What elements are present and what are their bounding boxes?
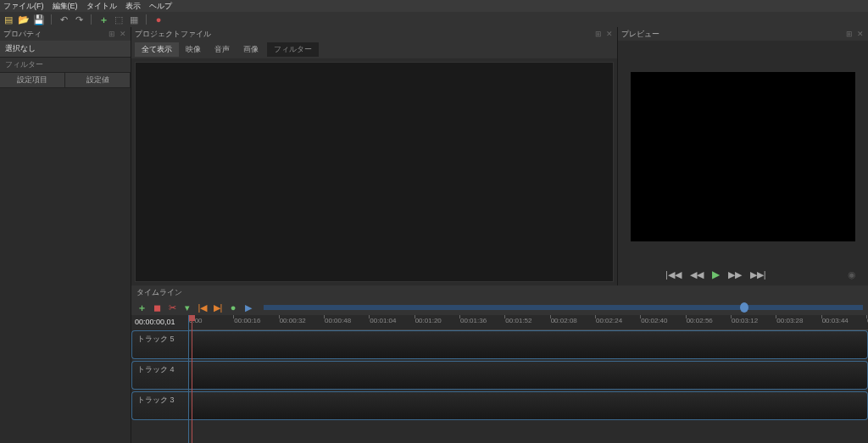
prop-col-key: 設定項目 [0,73,65,87]
plus-icon[interactable]: ＋ [98,14,108,25]
forward-icon[interactable]: ▶▶ [728,269,742,280]
properties-filter[interactable]: フィルター [0,58,131,73]
timeline-panel: タイムライン ＋ ◼ ✂ ▾ |◀ ▶| ● ▶ 00:00:00,01 トラッ… [131,285,868,443]
timeline-title: タイムライン [131,285,868,300]
ruler-tick: 00:02:08 [551,317,577,324]
ruler-tick: 00:02:56 [687,317,713,324]
open-icon[interactable]: 📂 [19,14,29,25]
ruler-tick: 00:00:16 [234,317,260,324]
prev-marker-icon[interactable]: |◀ [198,302,208,313]
ruler-tick: 00:03:28 [776,317,803,324]
save-icon[interactable]: 💾 [34,14,44,25]
project-filter-input[interactable]: フィルター [267,42,319,57]
project-panel: プロジェクトファイル ⊞ ✕ 全て表示 映像 音声 画像 フィルター [131,27,618,285]
ruler-tick: 00:02:24 [596,317,622,324]
ruler-tick: 00:00:48 [325,317,351,324]
snapshot-icon[interactable]: ◉ [848,269,856,280]
tab-audio[interactable]: 音声 [208,42,236,57]
track-lane[interactable] [189,361,868,390]
track-lane[interactable] [189,391,868,420]
track-header[interactable]: トラック 4 [131,361,188,390]
ruler-tick: 00:03:44 [822,317,849,324]
ruler-tick: 00:01:04 [370,317,396,324]
ripple-icon[interactable]: ▶ [243,302,253,313]
undo-icon[interactable]: ↶ [58,14,69,25]
selection-label: 選択なし [0,41,131,58]
menu-edit[interactable]: 編集(E) [53,1,78,12]
timeline-ruler[interactable]: 0.0000:00:1600:00:3200:00:4800:01:0400:0… [189,315,868,330]
add-track-icon[interactable]: ＋ [136,302,147,313]
ruler-tick: 00:01:20 [415,317,442,324]
panel-controls-icon[interactable]: ⊞ ✕ [595,30,614,38]
preview-panel-header: プレビュー ⊞ ✕ [618,27,868,41]
ruler-tick: 00:02:40 [641,317,667,324]
zoom-handle[interactable] [740,302,748,313]
tab-video[interactable]: 映像 [179,42,208,57]
project-tabs: 全て表示 映像 音声 画像 フィルター [131,41,617,58]
properties-panel-header: プロパティ ⊞ ✕ [0,27,131,41]
preview-title: プレビュー [621,29,659,40]
ruler-tick: 00:03:12 [732,317,758,324]
timeline-toolbar: ＋ ◼ ✂ ▾ |◀ ▶| ● ▶ [131,300,868,315]
preview-panel: プレビュー ⊞ ✕ |◀◀ ◀◀ ▶ ▶▶ ▶▶| ◉ [618,27,868,285]
timeline-track-headers: 00:00:00,01 トラック 5 トラック 4 トラック 3 [131,315,189,443]
project-files-area[interactable] [135,62,614,282]
preview-controls: |◀◀ ◀◀ ▶ ▶▶ ▶▶| ◉ [618,263,868,285]
menu-title[interactable]: タイトル [86,1,117,12]
timecode-display[interactable]: 00:00:00,01 [131,315,188,330]
zoom-scrubber[interactable] [264,305,863,310]
import-icon[interactable]: ⬚ [114,14,124,25]
track-header[interactable]: トラック 5 [131,330,188,359]
jump-start-icon[interactable]: |◀◀ [665,269,682,280]
properties-columns: 設定項目 設定値 [0,73,131,88]
play-icon[interactable]: ▶ [712,269,720,280]
ruler-tick: 00:00:32 [280,317,306,324]
properties-panel: プロパティ ⊞ ✕ 選択なし フィルター 設定項目 設定値 [0,27,131,443]
track-header[interactable]: トラック 3 [131,391,188,420]
tab-image[interactable]: 画像 [236,42,265,57]
preview-video[interactable] [631,72,855,241]
menu-view[interactable]: 表示 [125,1,141,12]
new-file-icon[interactable]: ▤ [3,14,14,25]
image-icon[interactable]: ▦ [129,14,139,25]
panel-controls-icon[interactable]: ⊞ ✕ [108,30,127,38]
menubar: ファイル(F) 編集(E) タイトル 表示 ヘルプ [0,0,868,12]
track-lane[interactable] [189,330,868,359]
tab-all[interactable]: 全て表示 [135,42,179,57]
panel-controls-icon[interactable]: ⊞ ✕ [846,30,865,38]
properties-title: プロパティ [3,29,42,40]
prop-col-value: 設定値 [65,73,131,87]
ruler-tick: 00:01:36 [460,317,487,324]
rewind-icon[interactable]: ◀◀ [690,269,704,280]
menu-file[interactable]: ファイル(F) [3,1,44,12]
ruler-tick: 00:01:52 [505,317,531,324]
marker-icon[interactable]: ▾ [182,302,192,313]
menu-help[interactable]: ヘルプ [149,1,172,12]
center-playhead-icon[interactable]: ● [228,302,238,313]
timeline-tracks-area[interactable]: 0.0000:00:1600:00:3200:00:4800:01:0400:0… [189,315,868,443]
project-panel-header: プロジェクトファイル ⊞ ✕ [131,27,617,41]
playhead[interactable] [192,315,192,443]
export-red-icon[interactable]: ● [153,14,164,25]
snap-icon[interactable]: ◼ [152,302,162,313]
next-marker-icon[interactable]: ▶| [213,302,223,313]
cut-icon[interactable]: ✂ [167,302,177,313]
main-toolbar: ▤ 📂 💾 ↶ ↷ ＋ ⬚ ▦ ● [0,12,868,27]
preview-area [618,41,868,263]
project-title: プロジェクトファイル [135,29,211,40]
redo-icon[interactable]: ↷ [74,14,84,25]
jump-end-icon[interactable]: ▶▶| [750,269,766,280]
